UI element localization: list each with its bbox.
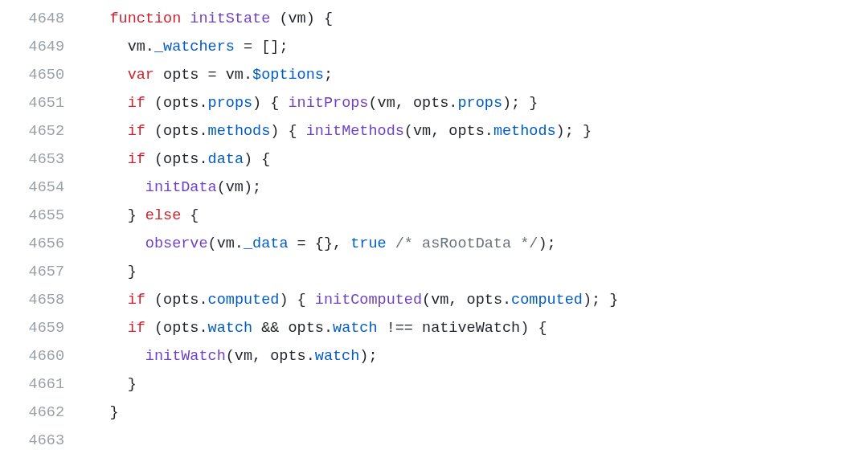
code-token: {	[181, 207, 199, 224]
indent	[74, 39, 128, 55]
line-number: 4653	[0, 145, 64, 174]
code-token: ) {	[306, 10, 333, 27]
code-token: computed	[208, 292, 280, 309]
indent	[74, 320, 128, 337]
code-token	[387, 235, 395, 252]
code-line[interactable]: observe(vm._data = {}, true /* asRootDat…	[74, 230, 868, 258]
code-token: ) {	[244, 151, 270, 168]
code-token: ) {	[279, 292, 314, 309]
code-token: initWatch	[145, 348, 226, 365]
line-number: 4658	[0, 286, 64, 314]
code-token: .	[235, 235, 244, 252]
line-number: 4661	[0, 370, 64, 399]
code-token: .	[145, 39, 154, 55]
code-token: if	[128, 151, 145, 168]
code-token: (vm	[208, 235, 235, 252]
code-token: ); }	[583, 292, 618, 309]
code-line[interactable]: initData(vm);	[74, 174, 868, 202]
code-token: !== nativeWatch) {	[378, 320, 547, 337]
code-token: = [];	[235, 39, 289, 55]
line-number: 4659	[0, 314, 64, 342]
code-token	[181, 10, 190, 27]
indent	[74, 348, 145, 365]
code-token: if	[128, 292, 145, 309]
code-token: }	[109, 404, 118, 421]
code-token: .	[485, 123, 493, 140]
indent	[74, 151, 128, 168]
code-token: else	[145, 207, 181, 224]
line-number: 4657	[0, 258, 64, 286]
code-token: watch	[315, 348, 360, 365]
code-token: (vm, opts	[422, 292, 502, 309]
code-token: if	[128, 123, 145, 140]
code-token: if	[128, 95, 145, 112]
code-token: props	[208, 95, 253, 112]
code-token: .	[199, 123, 207, 140]
line-number: 4655	[0, 202, 64, 230]
code-line[interactable]: var opts = vm.$options;	[74, 61, 868, 89]
code-token: ); }	[502, 95, 538, 112]
code-line[interactable]: function initState (vm) {	[74, 5, 868, 33]
code-token: }	[128, 264, 137, 280]
code-line[interactable]: } else {	[74, 202, 868, 230]
code-token: var	[128, 67, 154, 84]
code-token: methods	[208, 123, 271, 140]
code-token: (	[270, 10, 288, 27]
code-token: .	[199, 151, 207, 168]
code-token: if	[128, 320, 145, 337]
line-number: 4656	[0, 230, 64, 258]
line-number: 4651	[0, 89, 64, 117]
code-line[interactable]: initWatch(vm, opts.watch);	[74, 342, 868, 370]
code-line[interactable]: }	[74, 370, 868, 399]
code-token: initComputed	[315, 292, 422, 309]
code-line[interactable]: vm._watchers = [];	[74, 33, 868, 61]
code-token: .	[448, 95, 457, 112]
code-line[interactable]: if (opts.props) { initProps(vm, opts.pro…	[74, 89, 868, 117]
indent	[74, 264, 128, 280]
code-token: true	[350, 235, 386, 252]
indent	[74, 10, 109, 27]
code-token: (vm, opts	[404, 123, 485, 140]
code-token: function	[109, 10, 181, 27]
code-token: }	[128, 207, 145, 224]
code-line[interactable]: if (opts.watch && opts.watch !== nativeW…	[74, 314, 868, 342]
line-number: 4652	[0, 117, 64, 145]
code-token: watch	[333, 320, 378, 337]
code-line[interactable]	[74, 427, 868, 455]
code-token: ) {	[270, 123, 305, 140]
code-token: = {},	[288, 235, 350, 252]
code-line[interactable]: if (opts.data) {	[74, 145, 868, 174]
code-line[interactable]: if (opts.computed) { initComputed(vm, op…	[74, 286, 868, 314]
line-number: 4648	[0, 5, 64, 33]
code-area[interactable]: function initState (vm) { vm._watchers =…	[74, 5, 868, 458]
indent	[74, 67, 128, 84]
line-number: 4662	[0, 399, 64, 427]
code-editor[interactable]: 4648464946504651465246534654465546564657…	[0, 0, 868, 458]
code-token: }	[128, 376, 137, 393]
code-token: (opts	[145, 151, 199, 168]
code-token: .	[199, 292, 207, 309]
line-number: 4663	[0, 427, 64, 455]
line-number: 4654	[0, 174, 64, 202]
code-token: observe	[145, 235, 208, 252]
code-token: _data	[244, 235, 289, 252]
code-token: .	[244, 67, 252, 84]
code-line[interactable]: }	[74, 399, 868, 427]
indent	[74, 95, 128, 112]
line-number: 4660	[0, 342, 64, 370]
code-token: .	[199, 95, 207, 112]
code-token: (vm);	[217, 179, 262, 196]
code-token: && opts	[252, 320, 324, 337]
code-token: ); }	[556, 123, 592, 140]
code-token: vm	[128, 39, 145, 55]
code-token: (opts	[145, 292, 199, 309]
code-token: $options	[252, 67, 324, 84]
indent	[74, 404, 109, 421]
code-token: vm	[289, 10, 306, 27]
code-token: _watchers	[154, 39, 235, 55]
code-line[interactable]: if (opts.methods) { initMethods(vm, opts…	[74, 117, 868, 145]
code-token: methods	[493, 123, 556, 140]
code-line[interactable]: }	[74, 258, 868, 286]
indent	[74, 292, 128, 309]
code-token: opts = vm	[154, 67, 244, 84]
